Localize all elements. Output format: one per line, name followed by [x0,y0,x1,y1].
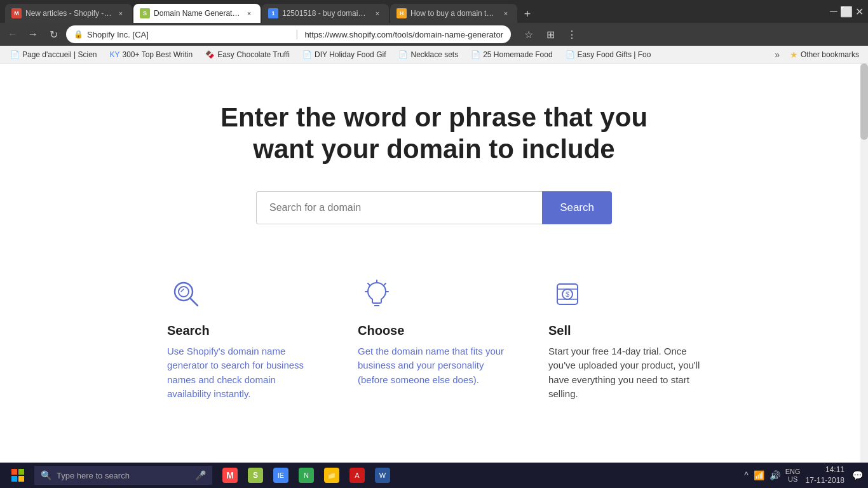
features-row: Search Use Shopify's domain name generat… [148,275,720,402]
taskbar: 🔍 Type here to search 🎤 M S IE N [0,463,868,488]
taskbar-search-text: Type here to search [57,471,130,480]
bookmark-3[interactable]: 🍫 Easy Chocolate Truffi [200,48,295,62]
star-icon[interactable]: ☆ [521,27,536,42]
windows-logo-icon [11,469,24,482]
site-identity: Shopify Inc. [CA] [87,30,289,39]
taskbar-app-1[interactable]: M [219,463,241,488]
bookmark-6[interactable]: 📄 25 Homemade Food [466,48,557,62]
maximize-button[interactable]: ⬜ [843,8,850,15]
taskbar-app-6[interactable]: A [346,463,369,488]
heading-line2: want your domain to include [253,134,614,164]
main-heading: Enter the word or phrase that you want y… [220,102,648,166]
taskbar-app-2[interactable]: S [244,463,267,488]
taskbar-app-4-icon: N [299,468,314,483]
new-tab-button[interactable]: + [519,5,536,23]
tab-1[interactable]: M New articles - Shopify - aarushi... × [5,4,132,23]
feature-sell-desc: Start your free 14-day trial. Once you'v… [548,344,701,402]
bookmark-4[interactable]: 📄 DIY Holiday Food Gif [297,48,391,62]
bookmark-7[interactable]: 📄 Easy Food Gifts | Foo [560,48,656,62]
scrollbar-thumb[interactable] [860,64,868,140]
tab-4[interactable]: H How to buy a domain that some... × [390,4,517,23]
sell-icon: $ [551,278,584,311]
forward-button[interactable]: → [25,27,41,42]
bookmark-3-label: Easy Chocolate Truffi [217,50,290,59]
heading-line1: Enter the word or phrase that you [220,102,648,132]
language-display[interactable]: ENG US [785,468,801,483]
tab-4-favicon: H [397,8,407,18]
address-divider: | [295,29,298,40]
tab-4-title: How to buy a domain that some... [410,9,498,18]
notification-icon[interactable]: 💬 [852,470,863,480]
svg-line-2 [190,298,198,306]
bookmarks-more-button[interactable]: » [771,50,783,60]
menu-icon[interactable]: ⋮ [564,27,580,42]
feature-search-desc: Use Shopify's domain name generator to s… [167,344,320,402]
tab-1-close[interactable]: × [116,8,126,18]
toolbar-icons: ☆ ⊞ ⋮ [521,27,580,42]
close-button[interactable]: ✕ [855,8,863,15]
sound-icon[interactable]: 🔊 [770,470,780,480]
star-icon: ★ [790,50,798,60]
taskbar-search-bar[interactable]: 🔍 Type here to search 🎤 [34,466,212,485]
feature-choose-desc: Get the domain name that fits your busin… [358,344,510,388]
bookmark-6-favicon: 📄 [471,50,480,59]
refresh-button[interactable]: ↻ [46,27,61,42]
clock-time: 14:11 [806,464,844,475]
taskbar-app-7[interactable]: W [371,463,394,488]
search-button[interactable]: Search [542,191,612,224]
address-input[interactable]: 🔒 Shopify Inc. [CA] | https://www.shopif… [66,25,511,43]
domain-search-input[interactable] [256,191,542,224]
svg-point-1 [179,287,189,297]
page-content: Enter the word or phrase that you want y… [0,64,868,463]
tab-2-favicon: S [140,8,150,18]
feature-search-title: Search [167,323,210,338]
svg-line-9 [368,283,370,285]
tray-expand-icon[interactable]: ^ [744,470,749,480]
tab-2-close[interactable]: × [244,8,254,18]
bookmark-2-favicon: KY [109,50,119,59]
taskbar-app-5[interactable]: 📁 [320,463,343,488]
browser-chrome: M New articles - Shopify - aarushi... × … [0,0,868,64]
extensions-icon[interactable]: ⊞ [543,27,558,42]
network-icon[interactable]: 📶 [754,470,764,480]
start-button[interactable] [5,463,31,488]
minimize-button[interactable]: ─ [830,8,837,15]
other-bookmarks[interactable]: ★ Other bookmarks [786,50,863,60]
address-url: https://www.shopify.com/tools/domain-nam… [304,30,503,39]
taskbar-right: ^ 📶 🔊 ENG US 14:11 17-11-2018 💬 [744,464,863,486]
language-name: ENG [785,468,801,475]
feature-choose-icon-wrap [358,275,396,313]
scrollbar[interactable] [860,64,868,463]
svg-line-10 [384,283,386,285]
taskbar-app-3[interactable]: IE [269,463,292,488]
system-tray: ^ 📶 🔊 [744,470,780,480]
microphone-icon[interactable]: 🎤 [195,470,206,480]
bookmark-5-label: Necklace sets [410,50,458,59]
tab-3-close[interactable]: × [372,8,383,18]
feature-sell-title: Sell [548,323,571,338]
lock-icon: 🔒 [74,30,83,39]
tab-1-favicon: M [11,8,22,18]
search-feature-icon [170,278,203,311]
feature-choose-title: Choose [358,323,404,338]
tab-4-close[interactable]: × [501,8,511,18]
search-row: Search [256,191,612,224]
bookmark-2[interactable]: KY 300+ Top Best Writin [104,48,198,62]
bookmark-1[interactable]: 📄 Page d'accueil | Scien [5,48,102,62]
taskbar-app-1-icon: M [222,468,238,483]
taskbar-apps: M S IE N 📁 A [219,463,394,488]
bookmark-1-label: Page d'accueil | Scien [22,50,97,59]
tab-2-title: Domain Name Generator - Find... [154,9,241,18]
tab-1-title: New articles - Shopify - aarushi... [25,9,113,18]
clock[interactable]: 14:11 17-11-2018 [806,464,844,486]
bookmark-5[interactable]: 📄 Necklace sets [393,48,463,62]
back-button[interactable]: ← [5,27,20,42]
taskbar-app-2-icon: S [248,468,263,483]
bookmark-4-label: DIY Holiday Food Gif [315,50,386,59]
taskbar-app-6-icon: A [349,468,365,483]
tab-3[interactable]: 1 12501518 - buy domain - How T... × [262,4,389,23]
taskbar-app-3-icon: IE [273,468,288,483]
svg-rect-19 [18,476,24,482]
taskbar-app-4[interactable]: N [295,463,318,488]
tab-2[interactable]: S Domain Name Generator - Find... × [133,4,261,23]
